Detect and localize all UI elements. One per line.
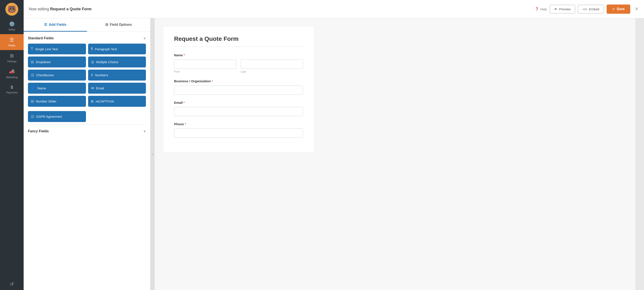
dropdown-label: Dropdown xyxy=(36,60,50,64)
business-input[interactable] xyxy=(174,86,303,95)
main-area: Now editing Request a Quote Form ❓ Help … xyxy=(24,0,644,290)
field-btn-paragraph-text[interactable]: ¶ Paragraph Text xyxy=(88,44,146,54)
content-area: ☰ Add Fields ⊟ Field Options Standard Fi… xyxy=(24,18,644,290)
phone-field-label: Phone * xyxy=(174,122,303,126)
first-name-group: First xyxy=(174,60,236,73)
form-field-email: Email * xyxy=(174,101,303,116)
panel-collapse-handle[interactable]: ‹ xyxy=(150,18,155,290)
recaptcha-label: reCAPTCHA xyxy=(96,100,114,103)
number-slider-label: Number Slider xyxy=(36,100,56,103)
field-btn-checkboxes[interactable]: ☑ Checkboxes xyxy=(28,70,86,80)
fancy-fields-header[interactable]: Fancy Fields ∨ xyxy=(28,129,146,133)
tab-add-fields-label: Add Fields xyxy=(49,23,66,27)
form-container: Request a Quote Form Name * First xyxy=(163,27,314,152)
recaptcha-icon: G xyxy=(91,100,94,103)
first-name-input[interactable] xyxy=(174,60,236,69)
save-label: Save xyxy=(617,7,625,11)
form-name: Request a Quote Form xyxy=(50,7,92,11)
tab-field-options-label: Field Options xyxy=(110,23,132,27)
form-field-name: Name * First Last xyxy=(174,53,303,73)
sidebar-label-payments: Payments xyxy=(6,91,18,94)
sidebar-item-setup[interactable]: ⚙️ Setup xyxy=(0,18,24,34)
single-line-text-label: Single Line Text xyxy=(35,47,58,51)
checkmark-icon: ✓ xyxy=(612,7,615,11)
phone-required-star: * xyxy=(185,122,186,126)
paragraph-text-label: Paragraph Text xyxy=(95,47,117,51)
form-preview: Request a Quote Form Name * First xyxy=(155,18,636,290)
field-btn-gdpr[interactable]: ☑ GDPR Agreement xyxy=(28,111,86,122)
sidebar-item-marketing[interactable]: 📣 Marketing xyxy=(0,66,24,82)
preview-label: Preview xyxy=(559,7,570,11)
number-slider-icon: ⊟ xyxy=(31,99,34,103)
email-field-label: Email * xyxy=(174,101,303,104)
name-inputs: First Last xyxy=(174,60,303,73)
sidebar-label-setup: Setup xyxy=(8,28,15,31)
sidebar-label-marketing: Marketing xyxy=(6,76,18,79)
field-options-icon: ⊟ xyxy=(105,22,108,27)
email-label: Email xyxy=(96,86,104,90)
sidebar-item-settings[interactable]: ⊞ Settings xyxy=(0,50,24,66)
numbers-icon: # xyxy=(91,73,93,77)
sidebar-item-fields[interactable]: ☰ Fields xyxy=(0,34,24,50)
field-btn-dropdown[interactable]: ⊟ Dropdown xyxy=(28,56,86,68)
business-label-text: Business / Organization xyxy=(174,79,211,83)
email-label-text: Email xyxy=(174,101,183,104)
business-field-label: Business / Organization * xyxy=(174,79,303,83)
editing-prefix: Now editing xyxy=(29,7,50,11)
first-name-sublabel: First xyxy=(174,70,236,73)
field-btn-single-line-text[interactable]: T Single Line Text xyxy=(28,44,86,54)
fields-scroll[interactable]: Standard Fields ∨ T Single Line Text ¶ P… xyxy=(24,32,150,290)
sidebar-nav: 🐻 ⚙️ Setup ☰ Fields ⊞ Settings 📣 Marketi… xyxy=(0,0,24,290)
sidebar-logo: 🐻 xyxy=(0,0,24,18)
tab-field-options[interactable]: ⊟ Field Options xyxy=(87,18,150,32)
save-button[interactable]: ✓ Save xyxy=(606,4,630,14)
phone-label-text: Phone xyxy=(174,122,184,126)
collapse-arrow-icon: ‹ xyxy=(152,152,153,156)
checkboxes-label: Checkboxes xyxy=(36,73,54,77)
field-btn-name[interactable]: 👤 Name xyxy=(28,83,86,94)
tab-add-fields[interactable]: ☰ Add Fields xyxy=(24,18,87,32)
top-header: Now editing Request a Quote Form ❓ Help … xyxy=(24,0,644,18)
code-icon: </> xyxy=(582,7,587,11)
last-name-sublabel: Last xyxy=(241,70,303,73)
name-icon: 👤 xyxy=(31,86,35,90)
last-name-input[interactable] xyxy=(241,60,303,69)
gdpr-label: GDPR Agreement xyxy=(36,115,62,118)
sidebar-item-payments[interactable]: $ Payments xyxy=(0,82,24,97)
sidebar-item-history[interactable]: ↺ xyxy=(0,278,24,290)
gdpr-icon: ☑ xyxy=(31,114,34,118)
right-sidebar xyxy=(636,18,644,290)
phone-input[interactable] xyxy=(174,128,303,138)
section-divider xyxy=(28,124,146,125)
close-button[interactable]: ✕ xyxy=(634,6,639,12)
last-name-group: Last xyxy=(241,60,303,73)
email-required-star: * xyxy=(184,101,184,104)
single-line-text-icon: T xyxy=(31,47,33,51)
checkboxes-icon: ☑ xyxy=(31,73,34,77)
help-label: Help xyxy=(540,7,547,11)
standard-fields-chevron-icon: ∨ xyxy=(143,36,146,40)
logo-bear-icon: 🐻 xyxy=(5,3,18,16)
help-button[interactable]: ❓ Help xyxy=(535,7,547,11)
name-label-text: Name xyxy=(174,53,183,57)
name-field-label: Name * xyxy=(174,53,303,57)
header-actions: ❓ Help 👁 Preview </> Embed ✓ Save ✕ xyxy=(535,4,639,14)
preview-button[interactable]: 👁 Preview xyxy=(550,5,575,14)
history-icon: ↺ xyxy=(10,282,14,287)
business-required-star: * xyxy=(212,80,213,83)
field-btn-number-slider[interactable]: ⊟ Number Slider xyxy=(28,96,86,107)
field-btn-recaptcha[interactable]: G reCAPTCHA xyxy=(88,96,146,107)
field-btn-numbers[interactable]: # Numbers xyxy=(88,70,146,80)
eye-icon: 👁 xyxy=(554,7,558,11)
embed-button[interactable]: </> Embed xyxy=(578,5,604,14)
field-btn-email[interactable]: ✉ Email xyxy=(88,83,146,94)
field-btn-multiple-choice[interactable]: ◎ Multiple Choice xyxy=(88,56,146,68)
standard-fields-grid: T Single Line Text ¶ Paragraph Text ⊟ Dr… xyxy=(28,44,146,107)
form-title: Request a Quote Form xyxy=(174,36,303,47)
dropdown-icon: ⊟ xyxy=(31,60,34,64)
fancy-fields-chevron-icon: ∨ xyxy=(143,129,146,133)
form-field-phone: Phone * xyxy=(174,122,303,138)
standard-fields-header[interactable]: Standard Fields ∨ xyxy=(28,36,146,40)
email-icon: ✉ xyxy=(91,86,94,90)
email-input[interactable] xyxy=(174,107,303,116)
